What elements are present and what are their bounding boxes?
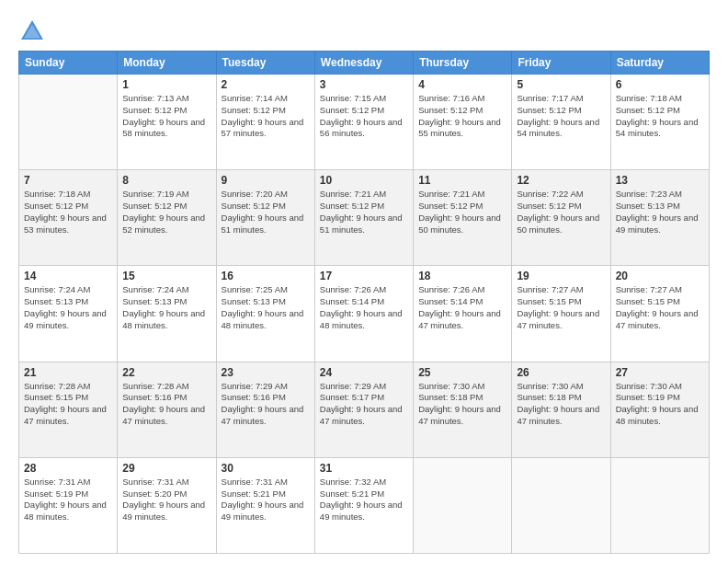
calendar-cell: 14Sunrise: 7:24 AMSunset: 5:13 PMDayligh… [19,266,118,362]
calendar-cell: 23Sunrise: 7:29 AMSunset: 5:16 PMDayligh… [216,362,314,457]
day-info: Sunrise: 7:20 AMSunset: 5:12 PMDaylight:… [222,189,310,236]
day-number: 30 [222,462,310,475]
calendar-cell: 17Sunrise: 7:26 AMSunset: 5:14 PMDayligh… [314,266,413,362]
day-number: 28 [24,462,112,475]
calendar-cell: 5Sunrise: 7:17 AMSunset: 5:12 PMDaylight… [512,75,610,170]
calendar-cell [512,457,610,553]
calendar-week-row: 7Sunrise: 7:18 AMSunset: 5:12 PMDaylight… [19,170,710,266]
day-info: Sunrise: 7:13 AMSunset: 5:12 PMDaylight:… [122,93,210,140]
day-number: 22 [122,366,210,379]
day-info: Sunrise: 7:16 AMSunset: 5:12 PMDaylight:… [418,93,506,140]
calendar-header-friday: Friday [512,52,610,75]
day-info: Sunrise: 7:23 AMSunset: 5:13 PMDaylight:… [616,189,704,236]
day-info: Sunrise: 7:18 AMSunset: 5:12 PMDaylight:… [24,189,112,236]
calendar-cell: 8Sunrise: 7:19 AMSunset: 5:12 PMDaylight… [118,170,216,266]
day-info: Sunrise: 7:29 AMSunset: 5:17 PMDaylight:… [320,381,408,428]
calendar-cell: 6Sunrise: 7:18 AMSunset: 5:12 PMDaylight… [610,75,709,170]
calendar-cell: 25Sunrise: 7:30 AMSunset: 5:18 PMDayligh… [414,362,512,457]
day-number: 14 [24,270,112,282]
day-info: Sunrise: 7:25 AMSunset: 5:13 PMDaylight:… [222,284,310,331]
calendar-cell: 7Sunrise: 7:18 AMSunset: 5:12 PMDaylight… [19,170,118,266]
day-info: Sunrise: 7:30 AMSunset: 5:18 PMDaylight:… [418,381,506,428]
day-info: Sunrise: 7:31 AMSunset: 5:19 PMDaylight:… [24,477,112,523]
day-number: 31 [320,462,408,475]
calendar-cell: 22Sunrise: 7:28 AMSunset: 5:16 PMDayligh… [118,362,216,457]
calendar-cell: 27Sunrise: 7:30 AMSunset: 5:19 PMDayligh… [610,362,709,457]
day-number: 15 [122,270,210,282]
calendar-cell: 24Sunrise: 7:29 AMSunset: 5:17 PMDayligh… [314,362,413,457]
day-info: Sunrise: 7:24 AMSunset: 5:13 PMDaylight:… [24,284,112,331]
day-number: 2 [222,78,310,91]
day-number: 19 [517,270,605,282]
day-number: 20 [616,270,704,282]
calendar-cell [414,457,512,553]
calendar-header-saturday: Saturday [610,52,709,75]
calendar-cell: 19Sunrise: 7:27 AMSunset: 5:15 PMDayligh… [512,266,610,362]
day-number: 8 [122,174,210,187]
calendar-cell: 3Sunrise: 7:15 AMSunset: 5:12 PMDaylight… [314,75,413,170]
day-number: 21 [24,366,112,379]
calendar-header-tuesday: Tuesday [216,52,314,75]
day-number: 26 [517,366,605,379]
calendar-header-sunday: Sunday [19,52,118,75]
calendar-cell: 13Sunrise: 7:23 AMSunset: 5:13 PMDayligh… [610,170,709,266]
day-number: 5 [517,78,605,91]
day-number: 12 [517,174,605,187]
day-info: Sunrise: 7:19 AMSunset: 5:12 PMDaylight:… [122,189,210,236]
calendar-cell: 20Sunrise: 7:27 AMSunset: 5:15 PMDayligh… [610,266,709,362]
calendar-cell: 18Sunrise: 7:26 AMSunset: 5:14 PMDayligh… [414,266,512,362]
day-info: Sunrise: 7:24 AMSunset: 5:13 PMDaylight:… [122,284,210,331]
day-number: 29 [122,462,210,475]
day-info: Sunrise: 7:28 AMSunset: 5:16 PMDaylight:… [122,381,210,428]
day-info: Sunrise: 7:17 AMSunset: 5:12 PMDaylight:… [517,93,605,140]
calendar-cell: 31Sunrise: 7:32 AMSunset: 5:21 PMDayligh… [314,457,413,553]
day-info: Sunrise: 7:31 AMSunset: 5:20 PMDaylight:… [122,477,210,523]
day-info: Sunrise: 7:15 AMSunset: 5:12 PMDaylight:… [320,93,408,140]
calendar-cell [610,457,709,553]
day-number: 10 [320,174,408,187]
day-number: 17 [320,270,408,282]
calendar-cell: 10Sunrise: 7:21 AMSunset: 5:12 PMDayligh… [314,170,413,266]
calendar-cell: 29Sunrise: 7:31 AMSunset: 5:20 PMDayligh… [118,457,216,553]
day-info: Sunrise: 7:32 AMSunset: 5:21 PMDaylight:… [320,477,408,523]
day-info: Sunrise: 7:21 AMSunset: 5:12 PMDaylight:… [320,189,408,236]
day-info: Sunrise: 7:28 AMSunset: 5:15 PMDaylight:… [24,381,112,428]
day-info: Sunrise: 7:26 AMSunset: 5:14 PMDaylight:… [418,284,506,331]
day-info: Sunrise: 7:27 AMSunset: 5:15 PMDaylight:… [517,284,605,331]
day-number: 24 [320,366,408,379]
calendar-cell: 4Sunrise: 7:16 AMSunset: 5:12 PMDaylight… [414,75,512,170]
calendar-week-row: 14Sunrise: 7:24 AMSunset: 5:13 PMDayligh… [19,266,710,362]
day-number: 6 [616,78,704,91]
calendar-cell: 2Sunrise: 7:14 AMSunset: 5:12 PMDaylight… [216,75,314,170]
calendar-cell: 12Sunrise: 7:22 AMSunset: 5:12 PMDayligh… [512,170,610,266]
day-number: 11 [418,174,506,187]
day-info: Sunrise: 7:22 AMSunset: 5:12 PMDaylight:… [517,189,605,236]
calendar-table: SundayMondayTuesdayWednesdayThursdayFrid… [18,51,710,554]
calendar-week-row: 28Sunrise: 7:31 AMSunset: 5:19 PMDayligh… [19,457,710,553]
day-info: Sunrise: 7:29 AMSunset: 5:16 PMDaylight:… [222,381,310,428]
logo [18,17,50,45]
day-number: 3 [320,78,408,91]
day-number: 16 [222,270,310,282]
calendar-cell: 26Sunrise: 7:30 AMSunset: 5:18 PMDayligh… [512,362,610,457]
calendar-cell: 16Sunrise: 7:25 AMSunset: 5:13 PMDayligh… [216,266,314,362]
calendar-cell: 28Sunrise: 7:31 AMSunset: 5:19 PMDayligh… [19,457,118,553]
day-number: 7 [24,174,112,187]
day-info: Sunrise: 7:14 AMSunset: 5:12 PMDaylight:… [222,93,310,140]
calendar-cell: 9Sunrise: 7:20 AMSunset: 5:12 PMDaylight… [216,170,314,266]
day-number: 23 [222,366,310,379]
calendar-cell: 1Sunrise: 7:13 AMSunset: 5:12 PMDaylight… [118,75,216,170]
calendar-header-wednesday: Wednesday [314,52,413,75]
day-info: Sunrise: 7:27 AMSunset: 5:15 PMDaylight:… [616,284,704,331]
day-info: Sunrise: 7:30 AMSunset: 5:18 PMDaylight:… [517,381,605,428]
day-number: 4 [418,78,506,91]
calendar-cell [19,75,118,170]
header [18,14,710,45]
calendar-week-row: 21Sunrise: 7:28 AMSunset: 5:15 PMDayligh… [19,362,710,457]
day-number: 18 [418,270,506,282]
calendar-cell: 21Sunrise: 7:28 AMSunset: 5:15 PMDayligh… [19,362,118,457]
calendar-week-row: 1Sunrise: 7:13 AMSunset: 5:12 PMDaylight… [19,75,710,170]
day-info: Sunrise: 7:31 AMSunset: 5:21 PMDaylight:… [222,477,310,523]
day-number: 9 [222,174,310,187]
day-number: 13 [616,174,704,187]
